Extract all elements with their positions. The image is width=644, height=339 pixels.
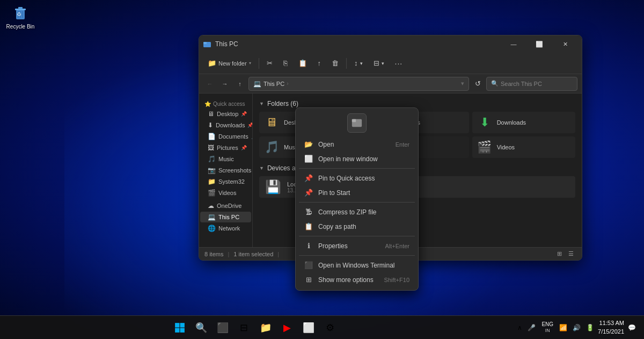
ctx-pin-start[interactable]: 📌 Pin to Start xyxy=(299,185,415,200)
quick-access-section: ⭐ Quick access 🖥 Desktop 📌 ⬇ Downloads 📌… xyxy=(199,98,252,200)
address-path[interactable]: 💻 This PC › ▾ xyxy=(248,77,469,91)
downloads-sidebar-icon: ⬇ xyxy=(208,121,213,129)
sidebar-item-downloads[interactable]: ⬇ Downloads 📌 xyxy=(200,120,251,131)
refresh-button[interactable]: ↺ xyxy=(471,77,484,90)
detail-view-button[interactable]: ☰ xyxy=(566,249,576,259)
sidebar-downloads-label: Downloads xyxy=(216,122,245,128)
paste-button[interactable]: 📋 xyxy=(294,57,311,69)
ctx-show-more[interactable]: ⊞ Show more options Shift+F10 xyxy=(299,272,415,287)
ctx-open-terminal-label: Open in Windows Terminal xyxy=(318,262,395,269)
task-view-button[interactable]: ⬛ xyxy=(213,318,232,337)
copy-path-icon: 📋 xyxy=(304,222,313,230)
network-icon[interactable]: 📶 xyxy=(558,323,569,333)
toolbar-separator-2 xyxy=(346,58,347,69)
toolbar: 📁 New folder ▾ ✂ ⎘ 📋 ↑ 🗑 ↕▾ ⊟▾ ··· xyxy=(199,53,582,74)
thispc-sidebar-icon: 💻 xyxy=(208,213,216,221)
context-menu: 📂 Open Enter ⬜ Open in new window 📌 Pin … xyxy=(295,107,419,291)
battery-icon[interactable]: 🔋 xyxy=(584,323,596,333)
recycle-bin-image: ♻ xyxy=(12,4,29,21)
title-controls: — ⬜ ✕ xyxy=(501,35,577,53)
widgets-button[interactable]: ⊟ xyxy=(235,318,254,337)
sidebar-item-videos[interactable]: 🎬 Videos xyxy=(200,187,251,198)
sidebar-item-this-pc[interactable]: 💻 This PC xyxy=(200,212,251,222)
taskbar-clock[interactable]: 11:53 AM 7/15/2021 xyxy=(598,319,624,336)
minimize-button[interactable]: — xyxy=(501,35,526,53)
close-button[interactable]: ✕ xyxy=(553,35,577,53)
new-folder-label: New folder xyxy=(218,60,247,67)
list-view-button[interactable]: ⊞ xyxy=(554,249,565,259)
cut-button[interactable]: ✂ xyxy=(262,57,277,69)
sidebar-system32-label: System32 xyxy=(218,178,245,185)
svg-rect-22 xyxy=(180,328,184,332)
ctx-open[interactable]: 📂 Open Enter xyxy=(299,137,415,152)
ctx-open-new-window[interactable]: ⬜ Open in new window xyxy=(299,152,415,166)
ctx-copy-path[interactable]: 📋 Copy as path xyxy=(299,219,415,234)
screenshots-sidebar-icon: 📷 xyxy=(208,167,216,174)
taskbar: 🔍 ⬛ ⊟ 📁 ▶ ⬜ ⚙ ∧ 🎤 ENG IN 📶 🔊 🔋 11:53 AM … xyxy=(0,315,644,339)
new-folder-button[interactable]: 📁 New folder ▾ xyxy=(203,57,255,69)
sidebar-item-screenshots[interactable]: 📷 Screenshots xyxy=(200,165,251,176)
local-disk-icon: 💾 xyxy=(264,179,283,194)
delete-button[interactable]: 🗑 xyxy=(327,57,343,69)
address-dropdown[interactable]: ▾ xyxy=(461,80,464,87)
copy-button[interactable]: ⎘ xyxy=(279,57,292,69)
sidebar-network-label: Network xyxy=(218,225,240,232)
compress-zip-icon: 🗜 xyxy=(304,208,313,216)
quick-access-header: ⭐ Quick access xyxy=(199,99,252,108)
sidebar-item-pictures[interactable]: 🖼 Pictures 📌 xyxy=(200,142,251,153)
recycle-bin-icon[interactable]: ♻ Recycle Bin xyxy=(4,4,36,30)
open-icon: 📂 xyxy=(304,140,313,148)
sidebar-videos-label: Videos xyxy=(218,190,236,196)
sidebar-item-system32[interactable]: 📁 System32 xyxy=(200,176,251,187)
folders-header-text: Folders (6) xyxy=(267,100,298,107)
folder-videos[interactable]: 🎬 Videos xyxy=(472,136,575,158)
sidebar-documents-label: Documents xyxy=(218,133,248,140)
sidebar-thispc-label: This PC xyxy=(218,214,239,220)
ctx-pin-quick-access[interactable]: 📌 Pin to Quick access xyxy=(299,171,415,185)
search-button[interactable]: 🔍 xyxy=(192,318,211,337)
svg-rect-19 xyxy=(175,323,179,327)
sidebar-item-documents[interactable]: 📄 Documents 📌 xyxy=(200,131,251,142)
office-button[interactable]: ⬜ xyxy=(299,318,318,337)
language-indicator[interactable]: ENG IN xyxy=(539,320,555,335)
search-box[interactable]: 🔍 Search This PC xyxy=(486,77,577,91)
videos-folder-icon: 🎬 xyxy=(477,140,493,155)
microphone-icon[interactable]: 🎤 xyxy=(526,323,537,333)
sort-button[interactable]: ↕▾ xyxy=(350,57,367,69)
up-button[interactable]: ↑ xyxy=(233,77,246,90)
settings-taskbar-button[interactable]: ⚙ xyxy=(320,318,340,337)
file-explorer-taskbar[interactable]: 📁 xyxy=(256,318,275,337)
network-sidebar-icon: 🌐 xyxy=(208,225,216,232)
share-button[interactable]: ↑ xyxy=(313,57,326,69)
hidden-icons-button[interactable]: ∧ xyxy=(516,323,524,333)
more-button[interactable]: ··· xyxy=(391,57,407,70)
ctx-properties-label: Properties xyxy=(318,242,348,250)
back-button[interactable]: ← xyxy=(203,77,216,90)
folder-downloads[interactable]: ⬇ Downloads xyxy=(472,112,575,133)
youtube-button[interactable]: ▶ xyxy=(277,318,297,337)
sidebar-item-music[interactable]: 🎵 Music xyxy=(200,154,251,164)
svg-rect-10 xyxy=(18,7,23,9)
pc-path-icon: 💻 xyxy=(253,80,261,88)
ctx-compress-zip[interactable]: 🗜 Compress to ZIP file xyxy=(299,205,415,219)
ctx-separator-2 xyxy=(299,202,415,203)
ctx-properties-shortcut: Alt+Enter xyxy=(385,243,409,249)
svg-rect-16 xyxy=(203,42,207,44)
ctx-properties[interactable]: ℹ Properties Alt+Enter xyxy=(299,239,415,253)
start-button[interactable] xyxy=(170,318,189,337)
view-button[interactable]: ⊟▾ xyxy=(369,57,389,69)
notification-button[interactable]: 💬 xyxy=(626,323,638,333)
forward-button[interactable]: → xyxy=(218,77,231,90)
ctx-open-terminal[interactable]: ⬛ Open in Windows Terminal xyxy=(299,258,415,272)
search-icon: 🔍 xyxy=(491,80,499,87)
volume-icon[interactable]: 🔊 xyxy=(571,323,582,333)
sidebar-item-onedrive[interactable]: ☁ OneDrive xyxy=(200,200,251,211)
taskbar-right: ∧ 🎤 ENG IN 📶 🔊 🔋 11:53 AM 7/15/2021 💬 xyxy=(509,319,644,336)
pin-start-icon: 📌 xyxy=(304,189,313,197)
sidebar-item-desktop[interactable]: 🖥 Desktop 📌 xyxy=(200,109,251,119)
clock-date: 7/15/2021 xyxy=(598,328,624,336)
maximize-button[interactable]: ⬜ xyxy=(527,35,552,53)
title-bar: This PC — ⬜ ✕ xyxy=(199,35,582,53)
taskbar-left: 🔍 ⬛ ⊟ 📁 ▶ ⬜ ⚙ xyxy=(0,318,509,337)
sidebar-item-network[interactable]: 🌐 Network xyxy=(200,223,251,234)
